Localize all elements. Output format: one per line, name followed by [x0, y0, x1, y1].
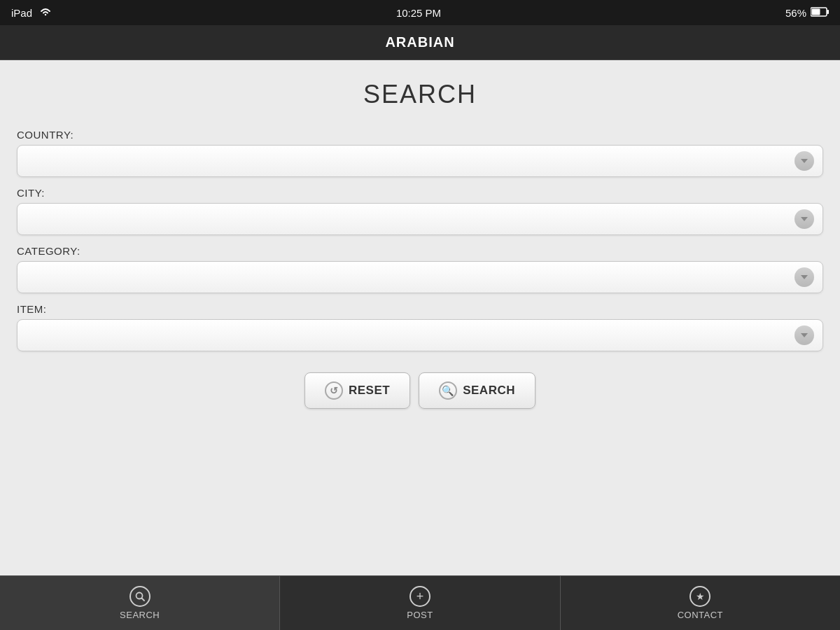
item-dropdown[interactable]: [17, 319, 823, 351]
time-display: 10:25 PM: [396, 7, 441, 19]
status-left: iPad: [11, 7, 52, 19]
main-content: SEARCH COUNTRY: CITY: CATEGORY: ITEM: ↺ …: [0, 60, 840, 575]
tab-search-icon: [130, 586, 150, 607]
svg-rect-1: [827, 10, 830, 14]
tab-bar: SEARCH + POST ★ CONTACT: [0, 575, 840, 630]
item-chevron-icon: [794, 326, 814, 345]
svg-line-4: [141, 598, 144, 601]
page-title: SEARCH: [17, 80, 823, 109]
tab-post-label: POST: [407, 610, 433, 620]
category-label: CATEGORY:: [17, 245, 823, 257]
item-label: ITEM:: [17, 303, 823, 315]
svg-rect-2: [812, 8, 820, 15]
battery-percent: 56%: [785, 7, 806, 19]
tab-contact-label: CONTACT: [678, 610, 723, 620]
category-chevron-icon: [794, 267, 814, 287]
city-dropdown[interactable]: [17, 203, 823, 235]
search-icon: 🔍: [439, 382, 457, 400]
nav-title: ARABIAN: [385, 34, 454, 50]
tab-search[interactable]: SEARCH: [0, 576, 280, 630]
search-label: SEARCH: [463, 384, 515, 398]
country-dropdown[interactable]: [17, 145, 823, 177]
wifi-icon: [39, 7, 52, 19]
category-dropdown[interactable]: [17, 261, 823, 293]
item-field-group: ITEM:: [17, 303, 823, 351]
reset-button[interactable]: ↺ RESET: [304, 372, 410, 409]
buttons-row: ↺ RESET 🔍 SEARCH: [17, 372, 823, 409]
tab-post[interactable]: + POST: [280, 576, 560, 630]
status-bar: iPad 10:25 PM 56%: [0, 0, 840, 25]
country-field-group: COUNTRY:: [17, 129, 823, 177]
city-field-group: CITY:: [17, 187, 823, 235]
category-field-group: CATEGORY:: [17, 245, 823, 293]
search-button[interactable]: 🔍 SEARCH: [419, 372, 536, 409]
nav-bar: ARABIAN: [0, 25, 840, 60]
reset-icon: ↺: [325, 382, 343, 400]
city-label: CITY:: [17, 187, 823, 199]
city-chevron-icon: [794, 209, 814, 229]
reset-label: RESET: [349, 384, 390, 398]
country-chevron-icon: [794, 151, 814, 171]
country-label: COUNTRY:: [17, 129, 823, 141]
tab-post-icon: +: [410, 586, 430, 607]
status-right: 56%: [785, 7, 829, 19]
battery-icon: [811, 7, 829, 19]
device-label: iPad: [11, 7, 32, 19]
tab-contact[interactable]: ★ CONTACT: [561, 576, 840, 630]
tab-search-label: SEARCH: [120, 610, 160, 620]
tab-contact-icon: ★: [690, 586, 710, 607]
